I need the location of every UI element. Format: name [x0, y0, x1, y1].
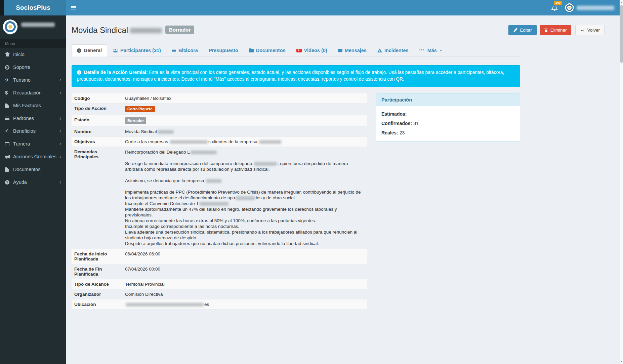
- caret-down-icon: [440, 50, 442, 51]
- sidebar-toggle-button[interactable]: [66, 0, 81, 15]
- brand-logo[interactable]: SociosPlus: [0, 0, 66, 15]
- sidebar-item-label: Beneficios: [13, 128, 36, 134]
- tab-documentos[interactable]: Documentos: [244, 44, 291, 56]
- scroll-down-arrow[interactable]: ▼: [620, 359, 623, 364]
- tab-label: Presupuesto: [209, 48, 238, 53]
- user-menu[interactable]: [565, 3, 614, 12]
- value-badge: Corte/Piquete: [125, 106, 155, 112]
- detail-label: Objetivos: [72, 136, 122, 147]
- bell-icon: [552, 6, 557, 9]
- sidebar-item-ayuda: Ayuda: [0, 176, 66, 189]
- participation-panel: Participación Estimados:Confirmados: 31R…: [376, 93, 520, 141]
- demand-line: Asimismo, se denuncia que la empresa: [125, 178, 364, 184]
- sidebar-item-link[interactable]: Inicio: [0, 48, 66, 61]
- redacted-title-text: [130, 28, 162, 33]
- comment-icon: [338, 49, 342, 52]
- demand-line: [125, 184, 364, 189]
- page-title: Movida SindicalBorrador: [72, 26, 194, 35]
- tab-bitácora[interactable]: Bitácora: [166, 44, 203, 56]
- chevron-left-icon: [59, 91, 61, 94]
- sidebar: Menú InicioSoporteTurismoRecaudaciónMis …: [0, 15, 66, 364]
- warning-icon: [377, 48, 382, 52]
- sidebar-item-acciones-gremiales: Acciones Gremiales: [0, 150, 66, 163]
- detail-row: Tipo de AlcanceTerritorial Provincial: [72, 279, 367, 289]
- arrow-left-icon: [580, 28, 585, 32]
- sidebar-user-panel: [0, 15, 66, 39]
- participation-panel-title: Participación: [376, 94, 520, 106]
- detail-label: Fecha de Inicio Planificada: [72, 249, 122, 264]
- tab-incidentes[interactable]: Incidentes: [372, 44, 414, 56]
- sidebar-item-link[interactable]: Mis Facturas: [0, 99, 66, 112]
- sidebar-item-label: Turismo: [13, 77, 31, 83]
- folder-icon: [249, 49, 254, 52]
- sidebar-item-link[interactable]: Acciones Gremiales: [0, 150, 66, 163]
- demand-line: Reincorporación del Delegado L: [125, 149, 364, 155]
- info-alert: Detalle de la Acción Gremial: Esta es la…: [72, 65, 520, 87]
- info-alert-title: Detalle de la Acción Gremial:: [84, 70, 148, 75]
- vertical-scrollbar[interactable]: ▲ ▼: [620, 0, 623, 364]
- sidebar-item-label: Soporte: [13, 65, 30, 70]
- chevron-left-icon: [59, 117, 61, 120]
- redacted-text: [126, 303, 204, 307]
- participation-stat: Estimados:: [381, 111, 515, 117]
- notifications-button[interactable]: 149: [552, 4, 557, 12]
- scroll-up-arrow[interactable]: ▲: [620, 0, 623, 5]
- youtube-icon: [296, 49, 302, 52]
- chevron-left-icon: [59, 142, 61, 146]
- redacted-text: [191, 151, 217, 154]
- tab-videos-0[interactable]: Videos (0): [291, 44, 333, 56]
- sidebar-item-label: Mis Facturas: [13, 103, 41, 108]
- sidebar-item-label: Documentos: [13, 167, 40, 172]
- sidebar-item-label: Ayuda: [13, 179, 27, 185]
- sidebar-item-link[interactable]: Turismo: [0, 74, 66, 86]
- detail-label: Tipo de Alcance: [72, 279, 122, 289]
- sidebar-item-link[interactable]: Recaudación: [0, 86, 66, 99]
- sidebar-item-mis-facturas: Mis Facturas: [0, 99, 66, 112]
- tab-más[interactable]: Más: [414, 44, 448, 56]
- tab-mensajes[interactable]: Mensajes: [333, 44, 372, 56]
- sidebar-item-label: Recaudación: [13, 90, 42, 95]
- detail-row: CódigoGuaymallen / Bolsaflex: [72, 93, 367, 104]
- tab-general[interactable]: General: [72, 44, 107, 56]
- detail-row: ObjetivosCorte a las empresas s clientes…: [72, 136, 367, 147]
- navbar-right: 149: [552, 0, 614, 15]
- demand-line: Implementa prácticas de PPC (Procedimien…: [125, 189, 364, 201]
- sidebar-item-link[interactable]: Soporte: [0, 61, 66, 74]
- detail-value: Territorial Provincial: [122, 279, 367, 289]
- redacted-text: [236, 196, 255, 200]
- back-button[interactable]: Volver: [575, 25, 605, 35]
- detail-row: Ubicaciónes: [72, 299, 367, 309]
- tab-participantes-31[interactable]: Participantes (31): [107, 44, 166, 56]
- sidebar-item-link[interactable]: Padrones: [0, 112, 66, 125]
- detail-value: Borrador: [122, 115, 367, 126]
- participation-stat: Reales: 23: [381, 130, 515, 135]
- scrollbar-thumb[interactable]: [620, 5, 623, 63]
- sidebar-item-turnera: Turnera: [0, 137, 66, 150]
- logo-edge-strip: [0, 0, 4, 15]
- sidebar-item-turismo: Turismo: [0, 74, 66, 86]
- delete-button[interactable]: Eliminar: [540, 25, 572, 35]
- sidebar-item-link[interactable]: Ayuda: [0, 176, 66, 189]
- detail-value: Movida Sindical: [122, 126, 367, 136]
- redacted-text: [200, 202, 229, 206]
- detail-row: NombreMovida Sindical: [72, 126, 367, 136]
- sidebar-item-link[interactable]: Documentos: [0, 163, 66, 176]
- demand-line: [125, 155, 364, 161]
- sidebar-item-link[interactable]: Beneficios: [0, 125, 66, 137]
- sidebar-item-soporte: Soporte: [0, 61, 66, 74]
- file-icon: [5, 104, 9, 108]
- sidebar-item-padrones: Padrones: [0, 112, 66, 125]
- edit-button[interactable]: Editar: [508, 25, 536, 35]
- tab-label: Incidentes: [384, 48, 409, 53]
- tab-presupuesto[interactable]: Presupuesto: [203, 44, 244, 56]
- sidebar-menu: InicioSoporteTurismoRecaudaciónMis Factu…: [0, 48, 66, 189]
- content-header: Movida SindicalBorrador Editar Eliminar …: [72, 25, 615, 35]
- sidebar-item-link[interactable]: Turnera: [0, 137, 66, 150]
- sidebar-item-label: Inicio: [13, 52, 25, 57]
- redacted-text: [170, 140, 208, 144]
- tab-label: Mensajes: [345, 48, 367, 53]
- detail-label: Demandas Principales: [72, 147, 122, 249]
- participation-stat-label: Confirmados:: [381, 121, 412, 126]
- sidebar-item-inicio: Inicio: [0, 48, 66, 61]
- detail-value: Corte a las empresas s clientes de la em…: [122, 136, 367, 147]
